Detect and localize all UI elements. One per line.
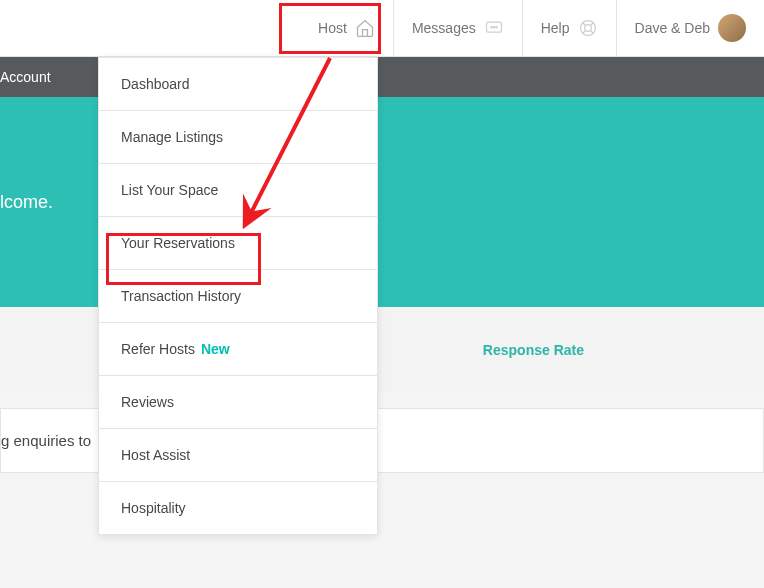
response-rate-label: Response Rate [483,342,584,358]
svg-point-5 [584,25,591,32]
new-badge: New [201,341,230,357]
dropdown-item-label: Reviews [121,394,174,410]
nav-help[interactable]: Help [522,0,616,56]
dropdown-dashboard[interactable]: Dashboard [99,58,377,111]
top-navigation: Host Messages Help [0,0,764,57]
host-dropdown: Dashboard Manage Listings List Your Spac… [98,57,378,535]
dropdown-item-label: Transaction History [121,288,241,304]
dropdown-refer-hosts[interactable]: Refer Hosts New [99,323,377,376]
dropdown-manage-listings[interactable]: Manage Listings [99,111,377,164]
nav-user[interactable]: Dave & Deb [616,0,764,56]
home-icon [355,18,375,38]
svg-line-9 [582,31,585,34]
dropdown-list-your-space[interactable]: List Your Space [99,164,377,217]
welcome-text: lcome. [0,192,53,213]
nav-messages-label: Messages [412,20,476,36]
dropdown-item-label: Host Assist [121,447,190,463]
svg-line-7 [590,31,593,34]
subnav-account-label: Account [0,69,51,85]
dropdown-host-assist[interactable]: Host Assist [99,429,377,482]
dropdown-item-label: Manage Listings [121,129,223,145]
panel-text: g enquiries to [1,432,91,449]
dropdown-item-label: Dashboard [121,76,190,92]
nav-host[interactable]: Host [300,0,393,56]
messages-icon [484,18,504,38]
subnav-account[interactable]: Account [0,57,67,97]
svg-line-6 [582,22,585,25]
dropdown-hospitality[interactable]: Hospitality [99,482,377,534]
dropdown-item-label: Hospitality [121,500,186,516]
dropdown-item-label: Refer Hosts [121,341,195,357]
dropdown-item-label: Your Reservations [121,235,235,251]
nav-host-label: Host [318,20,347,36]
avatar [718,14,746,42]
dropdown-reviews[interactable]: Reviews [99,376,377,429]
dropdown-item-label: List Your Space [121,182,218,198]
help-icon [578,18,598,38]
nav-help-label: Help [541,20,570,36]
svg-point-2 [493,27,494,28]
nav-messages[interactable]: Messages [393,0,522,56]
dropdown-your-reservations[interactable]: Your Reservations [99,217,377,270]
svg-line-8 [590,22,593,25]
svg-point-1 [491,27,492,28]
svg-point-3 [496,27,497,28]
dropdown-transaction-history[interactable]: Transaction History [99,270,377,323]
nav-user-label: Dave & Deb [635,20,710,36]
